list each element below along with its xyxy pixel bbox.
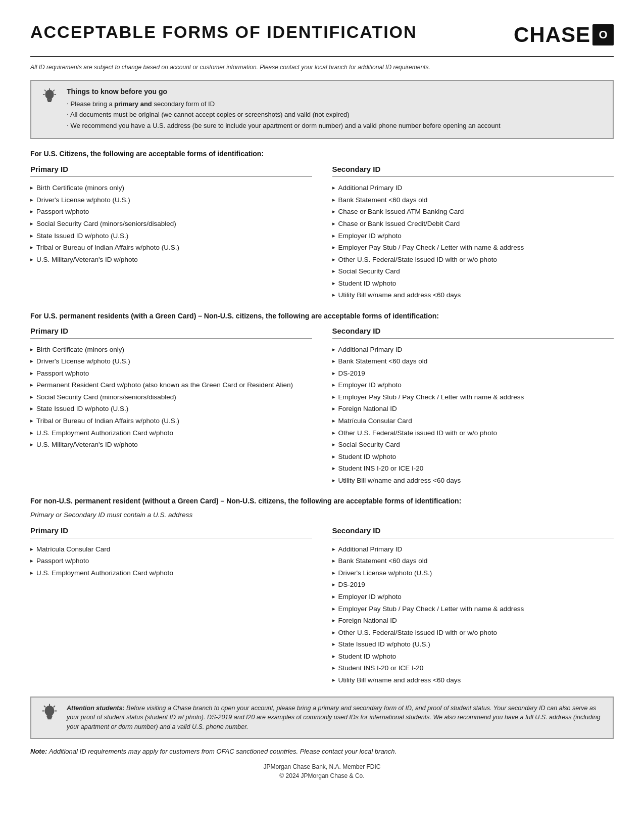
info-box-item-2: ‧ All documents must be original (we can… (67, 110, 605, 119)
list-item: Chase or Bank Issued ATM Banking Card (332, 206, 614, 218)
list-item: State Issued ID w/photo (U.S.) (30, 403, 312, 415)
svg-rect-11 (47, 717, 52, 718)
permanent-residents-secondary-col: Secondary ID Additional Primary ID Bank … (332, 326, 614, 487)
svg-line-6 (54, 90, 55, 91)
list-item: State Issued ID w/photo (U.S.) (30, 230, 312, 242)
list-item: Driver's License w/photo (U.S.) (332, 567, 614, 579)
page-footer: JPMorgan Chase Bank, N.A. Member FDIC © … (30, 762, 614, 780)
list-item: Tribal or Bureau of Indian Affairs w/pho… (30, 415, 312, 427)
us-citizens-secondary-header: Secondary ID (332, 164, 614, 177)
non-permanent-residents-subtitle: Primary or Secondary ID must contain a U… (30, 511, 614, 520)
list-item: Employer Pay Stub / Pay Check / Letter w… (332, 242, 614, 254)
info-box: Things to know before you go ‧ Please br… (30, 80, 614, 139)
permanent-residents-columns: Primary ID Birth Certificate (minors onl… (30, 326, 614, 487)
us-citizens-primary-header: Primary ID (30, 164, 312, 177)
list-item: Additional Primary ID (332, 344, 614, 356)
list-item: Bank Statement <60 days old (332, 355, 614, 367)
us-citizens-primary-col: Primary ID Birth Certificate (minors onl… (30, 164, 312, 301)
attention-icon (39, 704, 60, 724)
permanent-residents-secondary-list: Additional Primary ID Bank Statement <60… (332, 344, 614, 487)
list-item: Chase or Bank Issued Credit/Debit Card (332, 218, 614, 230)
list-item: Passport w/photo (30, 206, 312, 218)
list-item: Employer ID w/photo (332, 379, 614, 391)
list-item: Employer Pay Stub / Pay Check / Letter w… (332, 391, 614, 403)
svg-rect-10 (46, 715, 52, 717)
us-citizens-secondary-list: Additional Primary ID Bank Statement <60… (332, 182, 614, 301)
non-permanent-residents-secondary-col: Secondary ID Additional Primary ID Bank … (332, 525, 614, 686)
list-item: DS-2019 (332, 579, 614, 591)
svg-rect-3 (47, 101, 51, 102)
disclaimer-text: All ID requirements are subject to chang… (30, 63, 614, 72)
list-item: Social Security Card (minors/seniors/dis… (30, 391, 312, 403)
list-item: Birth Certificate (minors only) (30, 344, 312, 356)
list-item: Foreign National ID (332, 403, 614, 415)
attention-box: Attention students: Before visiting a Ch… (30, 697, 614, 739)
note-text: Note: Additional ID requirements may app… (30, 747, 614, 756)
svg-line-5 (45, 90, 46, 91)
list-item: Passport w/photo (30, 555, 312, 567)
permanent-residents-secondary-header: Secondary ID (332, 326, 614, 339)
non-permanent-residents-heading: For non-U.S. permanent resident (without… (30, 496, 614, 506)
permanent-residents-primary-list: Birth Certificate (minors only) Driver's… (30, 344, 312, 451)
chase-logo-text: CHASE (514, 20, 590, 50)
list-item: U.S. Employment Authorization Card w/pho… (30, 567, 312, 579)
list-item: Permanent Resident Card w/photo (also kn… (30, 379, 312, 391)
list-item: Additional Primary ID (332, 543, 614, 555)
list-item: U.S. Military/Veteran's ID w/photo (30, 254, 312, 266)
non-permanent-residents-section: For non-U.S. permanent resident (without… (30, 496, 614, 686)
page-title: ACCEPTABLE FORMS OF IDENTIFICATION (30, 20, 417, 44)
info-box-item-1: ‧ Please bring a primary and secondary f… (67, 100, 605, 109)
permanent-residents-section: For U.S. permanent residents (with a Gre… (30, 311, 614, 486)
permanent-residents-primary-col: Primary ID Birth Certificate (minors onl… (30, 326, 312, 487)
list-item: Student INS I-20 or ICE I-20 (332, 662, 614, 674)
svg-rect-1 (47, 98, 52, 100)
non-permanent-residents-secondary-header: Secondary ID (332, 525, 614, 538)
attention-box-text: Attention students: Before visiting a Ch… (67, 704, 605, 732)
page-header: ACCEPTABLE FORMS OF IDENTIFICATION CHASE… (30, 20, 614, 57)
svg-rect-2 (47, 100, 52, 101)
list-item: Bank Statement <60 days old (332, 555, 614, 567)
list-item: U.S. Military/Veteran's ID w/photo (30, 439, 312, 451)
us-citizens-secondary-col: Secondary ID Additional Primary ID Bank … (332, 164, 614, 301)
list-item: Matrícula Consular Card (332, 415, 614, 427)
list-item: Foreign National ID (332, 615, 614, 627)
svg-rect-12 (47, 718, 52, 719)
list-item: Driver's License w/photo (U.S.) (30, 355, 312, 367)
list-item: Additional Primary ID (332, 182, 614, 194)
non-permanent-residents-primary-col: Primary ID Matrícula Consular Card Passp… (30, 525, 312, 686)
list-item: State Issued ID w/photo (U.S.) (332, 638, 614, 651)
non-permanent-residents-primary-list: Matrícula Consular Card Passport w/photo… (30, 543, 312, 579)
list-item: Utility Bill w/name and address <60 days (332, 475, 614, 487)
list-item: Other U.S. Federal/State issued ID with … (332, 427, 614, 439)
footer-line1: JPMorgan Chase Bank, N.A. Member FDIC (30, 762, 614, 771)
svg-point-0 (45, 89, 54, 99)
us-citizens-primary-list: Birth Certificate (minors only) Driver's… (30, 182, 312, 265)
list-item: Bank Statement <60 days old (332, 194, 614, 206)
list-item: Student ID w/photo (332, 651, 614, 663)
list-item: Driver's License w/photo (U.S.) (30, 194, 312, 206)
non-permanent-residents-primary-header: Primary ID (30, 525, 312, 538)
list-item: Passport w/photo (30, 367, 312, 380)
info-box-item-3: ‧ We recommend you have a U.S. address (… (67, 121, 605, 130)
info-box-content: Things to know before you go ‧ Please br… (67, 87, 605, 132)
us-citizens-heading: For U.S. Citizens, the following are acc… (30, 149, 614, 159)
us-citizens-section: For U.S. Citizens, the following are acc… (30, 149, 614, 301)
svg-line-15 (54, 706, 55, 707)
list-item: Utility Bill w/name and address <60 days (332, 289, 614, 301)
chase-logo: CHASE O (514, 20, 614, 50)
list-item: Employer ID w/photo (332, 230, 614, 242)
list-item: Student INS I-20 or ICE I-20 (332, 462, 614, 475)
list-item: DS-2019 (332, 367, 614, 380)
list-item: Matrícula Consular Card (30, 543, 312, 555)
list-item: Social Security Card (332, 439, 614, 451)
list-item: Utility Bill w/name and address <60 days (332, 674, 614, 686)
lightbulb-icon (39, 87, 60, 107)
list-item: Tribal or Bureau of Indian Affairs w/pho… (30, 242, 312, 254)
permanent-residents-heading: For U.S. permanent residents (with a Gre… (30, 311, 614, 321)
svg-point-9 (44, 706, 54, 716)
list-item: Student ID w/photo (332, 277, 614, 290)
list-item: Social Security Card (minors/seniors/dis… (30, 218, 312, 230)
us-citizens-columns: Primary ID Birth Certificate (minors onl… (30, 164, 614, 301)
list-item: Birth Certificate (minors only) (30, 182, 312, 194)
list-item: Other U.S. Federal/State issued ID with … (332, 254, 614, 266)
